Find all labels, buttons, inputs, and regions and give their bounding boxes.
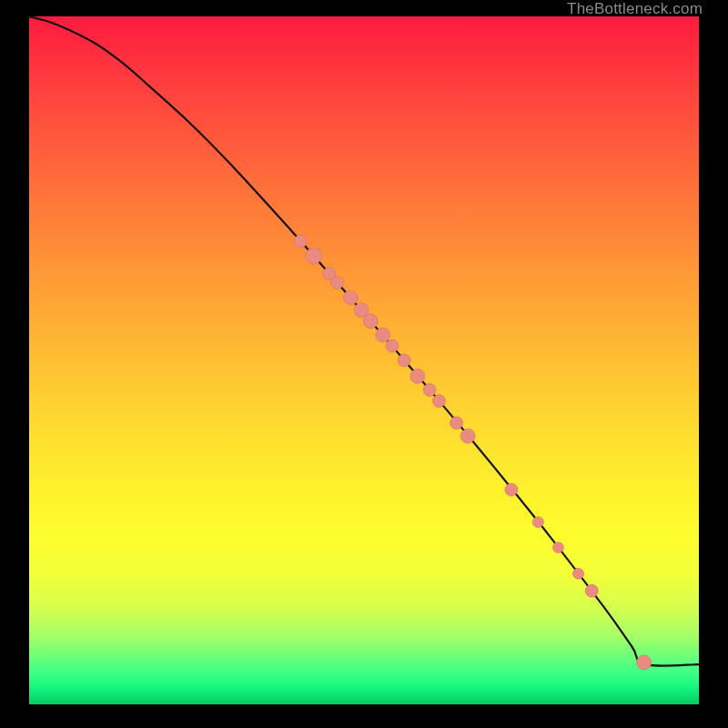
scatter-point: [450, 417, 463, 430]
scatter-point: [432, 395, 445, 408]
scatter-point: [585, 584, 598, 597]
scatter-point: [505, 483, 518, 496]
chart-container: TheBottleneck.com: [0, 0, 728, 728]
scatter-point: [637, 655, 652, 670]
scatter-markers: [294, 235, 652, 670]
curve-line: [29, 16, 699, 666]
scatter-point: [398, 354, 410, 367]
scatter-point: [331, 277, 344, 289]
scatter-point: [386, 339, 399, 352]
scatter-point: [410, 369, 425, 383]
chart-plot: [29, 16, 699, 704]
scatter-point: [423, 384, 436, 397]
scatter-point: [460, 429, 475, 443]
scatter-point: [343, 290, 358, 305]
scatter-point: [376, 328, 390, 342]
scatter-point: [573, 568, 584, 579]
scatter-point: [306, 248, 322, 264]
scatter-point: [552, 542, 563, 553]
scatter-point: [532, 517, 543, 528]
scatter-point: [294, 235, 307, 248]
scatter-point: [363, 314, 378, 329]
watermark-text: TheBottleneck.com: [448, 0, 703, 18]
